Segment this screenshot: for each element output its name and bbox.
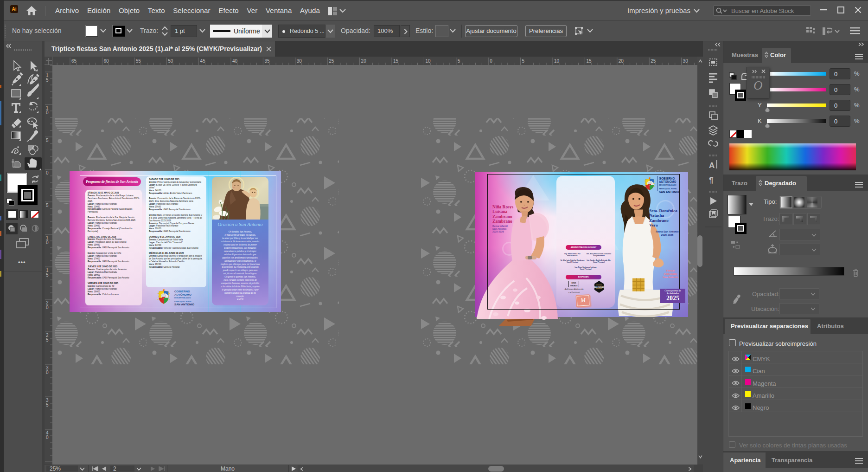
svg-text:5: 5 xyxy=(46,203,49,208)
svg-text:0: 0 xyxy=(46,370,49,375)
svg-text:5: 5 xyxy=(458,58,460,64)
svg-text:0: 0 xyxy=(46,305,49,310)
svg-text:15: 15 xyxy=(393,58,399,64)
svg-text:0: 0 xyxy=(46,240,49,245)
svg-text:5: 5 xyxy=(46,138,49,143)
svg-text:20: 20 xyxy=(619,58,624,64)
svg-text:0: 0 xyxy=(46,110,49,115)
svg-text:60: 60 xyxy=(103,58,109,64)
svg-text:0: 0 xyxy=(46,170,49,175)
svg-text:5: 5 xyxy=(46,272,49,278)
svg-text:35: 35 xyxy=(264,58,270,64)
svg-text:0: 0 xyxy=(490,58,492,64)
svg-text:A: A xyxy=(709,161,715,170)
svg-text:30: 30 xyxy=(683,58,689,64)
svg-text:25: 25 xyxy=(329,58,334,64)
svg-text:5: 5 xyxy=(46,337,49,343)
svg-text:40: 40 xyxy=(232,58,238,64)
svg-text:5: 5 xyxy=(522,58,525,64)
svg-text:10: 10 xyxy=(425,58,431,64)
svg-text:20: 20 xyxy=(361,58,367,64)
svg-text:5: 5 xyxy=(46,78,49,83)
svg-text:¶: ¶ xyxy=(709,176,713,185)
svg-text:0: 0 xyxy=(46,435,49,440)
svg-text:30: 30 xyxy=(297,58,302,64)
svg-text:25: 25 xyxy=(651,58,656,64)
svg-text:45: 45 xyxy=(200,58,206,64)
svg-text:65: 65 xyxy=(71,58,77,64)
svg-text:10: 10 xyxy=(554,58,560,64)
svg-text:50: 50 xyxy=(168,58,173,64)
svg-text:15: 15 xyxy=(586,58,592,64)
svg-text:5: 5 xyxy=(46,402,49,407)
svg-text:55: 55 xyxy=(136,58,141,64)
